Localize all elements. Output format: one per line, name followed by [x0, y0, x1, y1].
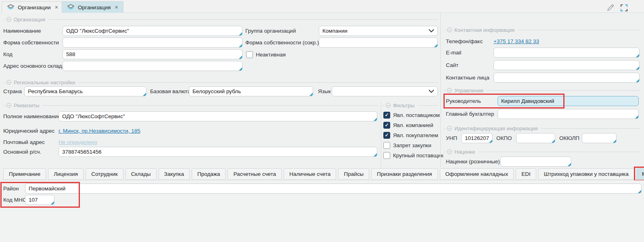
site-input[interactable] — [494, 60, 639, 70]
filter-supplier-row[interactable]: Явл. поставщиком — [383, 111, 440, 119]
resize-grip[interactable] — [636, 54, 639, 57]
postal-address-link[interactable]: Не определено — [59, 137, 97, 147]
mns-tab-panel: Район Код МНС — [0, 180, 644, 242]
ownership-field-box — [63, 38, 243, 48]
resize-grip[interactable] — [434, 44, 437, 47]
accountant-input[interactable] — [498, 109, 638, 119]
section-filters: Фильтры — [383, 102, 438, 108]
tab-mns[interactable]: МНС — [636, 168, 644, 180]
expand-fullscreen-icon[interactable] — [619, 3, 629, 13]
okyulp-input[interactable] — [582, 134, 616, 143]
resize-grip[interactable] — [239, 32, 242, 35]
email-input[interactable] — [494, 48, 639, 57]
inactive-label: Неактивная — [256, 52, 286, 58]
tab-invoice-formatting[interactable]: Оформление накладных — [440, 168, 514, 180]
code-label: Код — [3, 49, 13, 59]
tab-warehouses[interactable]: Склады — [125, 168, 157, 180]
resize-grip[interactable] — [239, 44, 242, 47]
supplier-checkbox[interactable] — [383, 112, 390, 119]
country-input[interactable] — [25, 87, 146, 96]
full-name-label: Полное наименование — [3, 111, 61, 121]
filter-major-supplier-row[interactable]: Крупный поставщик — [383, 151, 443, 159]
layers-icon — [7, 4, 15, 10]
collapse-icon[interactable] — [386, 103, 391, 108]
resize-grip[interactable] — [239, 67, 242, 71]
collapse-icon[interactable] — [6, 80, 11, 85]
resize-grip[interactable] — [635, 115, 638, 119]
close-icon[interactable]: × — [115, 4, 118, 10]
collapse-icon[interactable] — [447, 88, 452, 93]
collapse-icon[interactable] — [447, 149, 452, 154]
tab-sale[interactable]: Продажа — [192, 168, 226, 180]
tab-cash-accounts[interactable]: Наличные счета — [284, 168, 336, 180]
tab-purchase[interactable]: Закупка — [159, 168, 190, 180]
edit-pencil-icon[interactable] — [606, 3, 615, 13]
contact-persons-input[interactable] — [494, 73, 639, 82]
resize-grip[interactable] — [143, 93, 146, 96]
ownership-short-input[interactable] — [319, 38, 437, 47]
resize-grip[interactable] — [239, 56, 242, 59]
resize-grip[interactable] — [636, 67, 639, 70]
resize-grip[interactable] — [638, 190, 641, 193]
warehouse-address-input[interactable] — [63, 61, 242, 71]
tab-edi[interactable]: EDI — [516, 168, 536, 180]
unp-field-box — [461, 133, 493, 143]
language-select[interactable] — [332, 86, 438, 96]
company-checkbox[interactable] — [383, 122, 390, 129]
head-input[interactable] — [498, 96, 638, 106]
inactive-checkbox[interactable] — [246, 51, 253, 58]
resize-grip[interactable] — [636, 79, 639, 82]
resize-grip[interactable] — [552, 140, 555, 143]
section-title: Фильтры — [393, 102, 414, 108]
filter-purchase-ban-row[interactable]: Запрет закупки — [383, 141, 431, 149]
tab-employee[interactable]: Сотрудник — [86, 168, 123, 180]
okpo-field-box — [516, 133, 555, 143]
tab-license[interactable]: Лицензия — [48, 168, 84, 180]
unp-input[interactable] — [462, 134, 492, 143]
tab-separation-signs[interactable]: Признаки разделения — [371, 168, 438, 180]
legal-address-link[interactable]: г. Минск, пр.Независимости, 185 — [59, 126, 140, 136]
collapse-icon[interactable] — [447, 126, 452, 131]
code-input[interactable] — [63, 50, 242, 59]
full-name-input[interactable] — [59, 112, 377, 121]
filter-company-row[interactable]: Явл. компанией — [383, 121, 433, 129]
ownership-label: Форма собственности — [3, 38, 59, 48]
retail-markups-input[interactable] — [501, 157, 571, 166]
district-input[interactable] — [25, 184, 641, 193]
name-input[interactable] — [63, 26, 242, 35]
tab-bank-accounts[interactable]: Расчетные счета — [228, 168, 282, 180]
purchase-ban-checkbox[interactable] — [383, 142, 390, 149]
resize-grip[interactable] — [309, 93, 313, 96]
filter-buyer-row[interactable]: Явл. покупателем — [383, 131, 438, 139]
window-tab-organization[interactable]: Организация × — [62, 1, 123, 13]
collapse-icon[interactable] — [447, 27, 452, 32]
currency-input[interactable] — [189, 87, 313, 96]
org-group-select[interactable]: Компании — [319, 26, 438, 36]
mns-code-input[interactable] — [25, 195, 54, 204]
tab-price-lists[interactable]: Прайсы — [338, 168, 369, 180]
buyer-checkbox[interactable] — [383, 132, 390, 139]
mns-code-field-box — [25, 195, 54, 205]
window-tab-organizations[interactable]: Организации × — [2, 1, 63, 13]
name-field-box — [63, 26, 243, 36]
resize-grip[interactable] — [489, 140, 492, 143]
resize-grip[interactable] — [568, 163, 571, 166]
inactive-checkbox-row[interactable]: Неактивная — [246, 50, 286, 58]
resize-grip[interactable] — [613, 140, 616, 143]
ownership-input[interactable] — [63, 38, 242, 47]
resize-grip[interactable] — [374, 153, 377, 156]
country-label: Страна — [3, 86, 22, 96]
email-label: E-mail — [446, 48, 461, 58]
phone-link[interactable]: +375 17 334 82 33 — [493, 36, 539, 46]
resize-grip[interactable] — [374, 118, 377, 121]
close-icon[interactable]: × — [55, 4, 58, 10]
main-account-input[interactable] — [59, 147, 377, 156]
section-identification: Идентифицирующая информация — [444, 125, 641, 131]
okpo-input[interactable] — [516, 134, 555, 143]
tab-note[interactable]: Примечание — [3, 168, 46, 180]
major-supplier-checkbox[interactable] — [383, 152, 390, 159]
collapse-icon[interactable] — [6, 17, 11, 22]
resize-grip[interactable] — [51, 201, 54, 204]
tab-supplier-package-barcode[interactable]: Штрихкод упаковки у поставщика — [538, 168, 634, 180]
collapse-icon[interactable] — [6, 103, 11, 108]
